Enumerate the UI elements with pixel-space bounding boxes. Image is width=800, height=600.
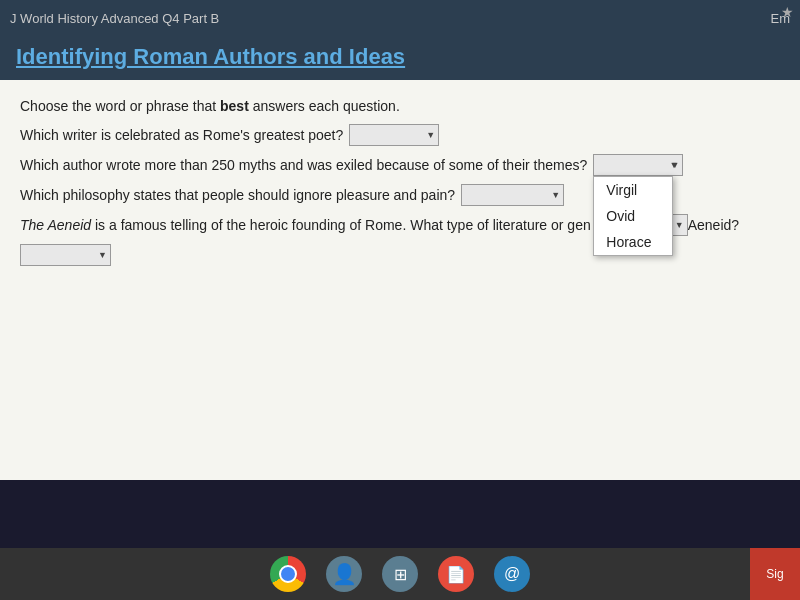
at-icon[interactable]: @ xyxy=(494,556,530,592)
question-4-middle: is a famous telling of the heroic foundi… xyxy=(95,217,591,233)
question-2-text: Which author wrote more than 250 myths a… xyxy=(20,157,587,173)
q2-dropdown-wrapper[interactable]: Virgil Ovid Horace xyxy=(593,154,683,176)
q2-dropdown-open: Virgil Ovid Horace xyxy=(593,176,673,256)
q3-dropdown[interactable]: Stoicism Epicureanism Cynicism xyxy=(461,184,564,206)
sign-in-button[interactable]: Sig xyxy=(750,548,800,600)
page-heading-section: Identifying Roman Authors and Ideas xyxy=(0,36,800,80)
q3-dropdown-wrapper[interactable]: Stoicism Epicureanism Cynicism xyxy=(461,184,564,206)
question-row-2: Which author wrote more than 250 myths a… xyxy=(20,154,780,176)
top-bar: J World History Advanced Q4 Part B Em xyxy=(0,0,800,36)
bold-best: best xyxy=(220,98,249,114)
instructions: Choose the word or phrase that best answ… xyxy=(20,98,780,114)
q1-dropdown-wrapper[interactable]: Virgil Ovid Horace xyxy=(349,124,439,146)
q2-option-horace[interactable]: Horace xyxy=(594,229,672,255)
q2-option-virgil[interactable]: Virgil xyxy=(594,177,672,203)
star-icon: ★ xyxy=(781,4,794,20)
grid-icon[interactable]: ⊞ xyxy=(382,556,418,592)
q4b-dropdown-wrapper[interactable]: Epic Poetry Drama History xyxy=(20,244,111,266)
q2-option-ovid[interactable]: Ovid xyxy=(594,203,672,229)
main-content: Choose the word or phrase that best answ… xyxy=(0,80,800,480)
aeneid-italic: The Aeneid xyxy=(20,217,91,233)
question-3-text: Which philosophy states that people shou… xyxy=(20,187,455,203)
q2-dropdown-trigger[interactable] xyxy=(593,154,683,176)
top-bar-title: J World History Advanced Q4 Part B xyxy=(10,11,219,26)
person-icon[interactable]: 👤 xyxy=(326,556,362,592)
chrome-icon[interactable] xyxy=(270,556,306,592)
taskbar: 👤 ⊞ 📄 @ Sig xyxy=(0,548,800,600)
q1-dropdown[interactable]: Virgil Ovid Horace xyxy=(349,124,439,146)
question-row-1: Which writer is celebrated as Rome's gre… xyxy=(20,124,780,146)
question-4-after: Aeneid? xyxy=(688,217,739,233)
page-title: Identifying Roman Authors and Ideas xyxy=(16,44,784,70)
q4b-dropdown[interactable]: Epic Poetry Drama History xyxy=(20,244,111,266)
question-1-text: Which writer is celebrated as Rome's gre… xyxy=(20,127,343,143)
question-4-text: The Aeneid is a famous telling of the he… xyxy=(20,217,591,233)
file-icon[interactable]: 📄 xyxy=(438,556,474,592)
